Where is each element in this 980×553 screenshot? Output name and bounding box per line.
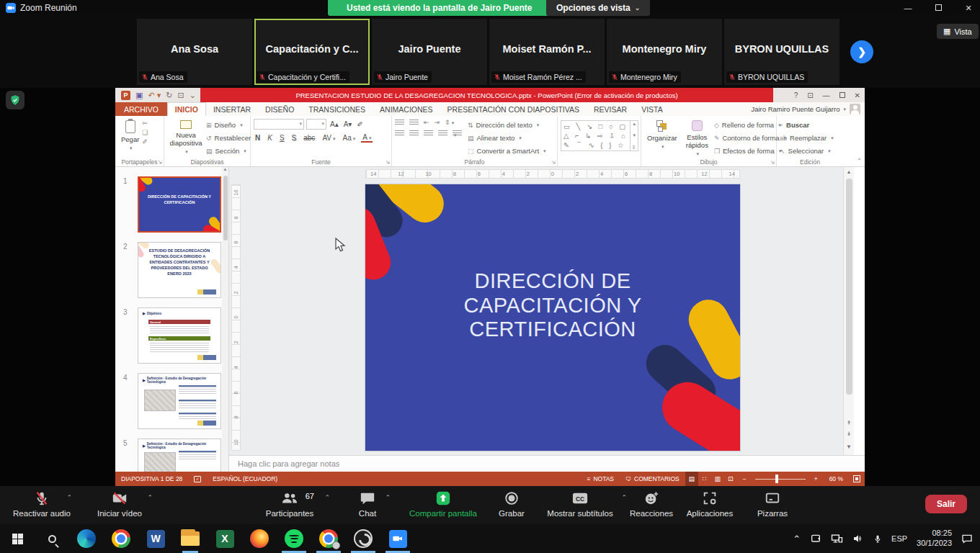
ppt-minimize-button[interactable]: — [823, 91, 830, 99]
participants-button[interactable]: Participantes 67 ⌃ [254, 490, 326, 518]
justify-icon[interactable] [438, 130, 447, 137]
record-button[interactable]: Grabar [491, 490, 532, 518]
ribbon-display-button[interactable]: ⊡ [807, 91, 813, 99]
replace-button[interactable]: abReemplazar [780, 134, 840, 142]
smartart-button[interactable]: ⬚Convertir a SmartArt [468, 147, 546, 155]
maximize-button[interactable] [934, 4, 943, 12]
arrange-button[interactable]: Organizar [644, 119, 680, 158]
tray-expand-chevron-icon[interactable]: ⌃ [793, 534, 801, 544]
leave-meeting-button[interactable]: Salir [925, 495, 967, 513]
apps-button[interactable]: Aplicaciones [677, 490, 742, 518]
tray-capture-icon[interactable] [810, 534, 821, 544]
italic-button[interactable]: K [266, 134, 274, 142]
tray-mic-icon[interactable] [873, 534, 882, 544]
taskbar-chrome[interactable] [104, 524, 138, 553]
reactions-button[interactable]: Reacciones [625, 490, 677, 518]
shapes-gallery[interactable]: ▭ ╲ ↘ □ ○ ▢ △ ⌐ ↳ ⇨ ⇩ ⌂ ✎ ⌒ ∿ { } ☆ [561, 120, 631, 151]
slide-canvas[interactable]: DIRECCIÓN DE CAPACITACIÓN Y CERTIFICACIÓ… [365, 184, 740, 451]
taskbar-chrome-profile[interactable] [311, 524, 346, 553]
slide-thumbnail-2[interactable]: ESTUDIO DE DESAGREGACIÓN TECNOLÓGICA DIR… [138, 242, 221, 298]
chevron-up-icon[interactable]: ⌃ [66, 494, 72, 501]
tab-animaciones[interactable]: ANIMACIONES [373, 102, 440, 116]
normal-view-button[interactable]: ▤ [685, 472, 698, 486]
taskbar-file-explorer[interactable] [173, 524, 208, 553]
align-right-icon[interactable] [424, 130, 433, 137]
columns-icon[interactable] [453, 130, 462, 137]
language-indicator[interactable]: ESPAÑOL (ECUADOR) [207, 475, 283, 482]
text-direction-button[interactable]: ⇅Dirección del texto [468, 121, 546, 129]
tab-diseno[interactable]: DISEÑO [258, 102, 301, 116]
slide-thumbnail-4[interactable]: ▶Definición - Estudio de Desagregación T… [138, 373, 221, 429]
paste-button[interactable]: Pegar [118, 119, 142, 153]
tab-inicio[interactable]: INICIO [167, 102, 206, 116]
decrease-indent-icon[interactable]: ⇤ [424, 119, 429, 126]
collapse-ribbon-icon[interactable]: ⌃ [857, 158, 862, 164]
change-case-button[interactable]: Aa [342, 134, 357, 142]
font-color-button[interactable]: A [361, 133, 373, 143]
find-button[interactable]: ⌕Buscar [780, 121, 840, 129]
taskbar-obs[interactable] [346, 524, 380, 553]
tab-vista[interactable]: VISTA [634, 102, 670, 116]
slide-thumbnail-1[interactable]: DIRECCIÓN DE CAPACITACIÓN Y CERTIFICACIÓ… [138, 176, 221, 233]
reset-button[interactable]: ↺Restablecer [206, 134, 251, 142]
slide-thumbnail-5[interactable]: ▶Definición - Estudio de Desagregación T… [138, 439, 221, 472]
participant-tile[interactable]: Montenegro Miry Montenegro Miry [607, 19, 722, 85]
shrink-font-button[interactable]: A▾ [342, 120, 354, 128]
close-button[interactable]: ✕ [964, 4, 973, 13]
chevron-up-icon[interactable]: ⌃ [324, 494, 330, 501]
chevron-up-icon[interactable]: ⌃ [385, 494, 391, 501]
fit-slide-button[interactable] [853, 475, 860, 482]
taskbar-firefox[interactable] [242, 524, 277, 553]
taskbar-word[interactable]: W [138, 524, 173, 553]
start-button[interactable] [0, 524, 35, 553]
undo-icon[interactable]: ↶ ▾ [148, 91, 161, 100]
next-participants-button[interactable]: ❯ [850, 40, 873, 63]
dialog-launcher-icon[interactable]: ⇲ [551, 160, 556, 166]
copy-icon[interactable]: ❏ [142, 129, 148, 136]
customize-qat-icon[interactable]: ⌄ [190, 91, 196, 100]
tab-insertar[interactable]: INSERTAR [206, 102, 258, 116]
start-video-button[interactable]: Iniciar vídeo ⌃ [85, 490, 154, 518]
grow-font-button[interactable]: A▴ [329, 120, 340, 128]
participant-tile[interactable]: Jairo Puente Jairo Puente [372, 19, 487, 85]
tab-transiciones[interactable]: TRANSICIONES [301, 102, 373, 116]
taskbar-zoom[interactable] [380, 524, 415, 553]
tray-volume-icon[interactable] [852, 534, 864, 544]
tab-presentacion[interactable]: PRESENTACIÓN CON DIAPOSITIVAS [440, 102, 587, 116]
minimize-button[interactable]: — [904, 4, 912, 12]
bold-button[interactable]: N [254, 134, 262, 142]
font-name-select[interactable] [254, 119, 304, 130]
zoom-out-button[interactable]: − [737, 475, 752, 482]
participant-tile[interactable]: Moiset Ramón P... Moiset Ramón Pérez ... [489, 19, 605, 85]
notification-center-icon[interactable] [961, 534, 973, 544]
taskbar-excel[interactable]: X [208, 524, 242, 553]
slide-sorter-view-button[interactable]: ∷ [698, 472, 711, 486]
share-screen-button[interactable]: Compartir pantalla [401, 490, 486, 518]
ppt-restore-button[interactable] [839, 91, 845, 99]
language-indicator[interactable]: ESP [891, 534, 907, 543]
taskbar-search-button[interactable] [35, 524, 69, 553]
chat-button[interactable]: Chat ⌃ [344, 490, 391, 518]
clear-format-icon[interactable]: ✐ [355, 120, 364, 128]
strikethrough-button[interactable]: abc [302, 134, 316, 142]
spellcheck-icon[interactable]: ✓ [188, 476, 207, 482]
increase-indent-icon[interactable]: ⇥ [435, 119, 440, 126]
participant-tile-active-speaker[interactable]: Capacitación y C... Capacitación y Certi… [254, 19, 370, 85]
view-options-button[interactable]: Opciones de vista ⌄ [546, 0, 650, 16]
thumbnail-scrollbar[interactable]: ▲ [222, 167, 228, 472]
underline-button[interactable]: S [278, 134, 286, 142]
shape-outline-button[interactable]: ✎Contorno de forma [714, 134, 786, 142]
notes-toggle[interactable]: ≡NOTAS [582, 475, 620, 482]
dialog-launcher-icon[interactable]: ⇲ [386, 160, 390, 166]
dialog-launcher-icon[interactable]: ⇲ [158, 160, 162, 166]
reading-view-button[interactable]: ▥ [711, 472, 724, 486]
help-button[interactable]: ? [794, 91, 798, 99]
new-slide-button[interactable]: Nueva diapositiva [167, 119, 205, 156]
dialog-launcher-icon[interactable]: ⇲ [770, 160, 775, 166]
previous-slide-button[interactable]: ↟ [847, 420, 852, 426]
captions-button[interactable]: CC Mostrar subtítulos ⌃ [535, 490, 625, 518]
font-size-select[interactable] [306, 119, 326, 130]
shapes-gallery-scroll[interactable]: ▲ ▼ ⊽ [631, 120, 638, 151]
taskbar-spotify[interactable] [277, 524, 311, 553]
editor-scrollbar[interactable]: ▲ ↟ ↡ ▼ [843, 167, 854, 455]
